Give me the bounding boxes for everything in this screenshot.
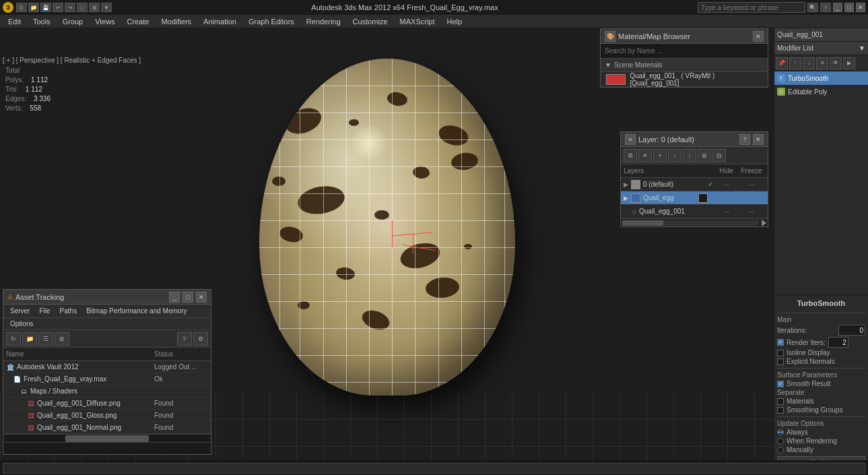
smoothing-groups-row: Smoothing Groups [777,406,865,414]
tb-icon-6[interactable]: □ [77,3,88,12]
menu-rendering[interactable]: Rendering [301,16,346,27]
material-item[interactable]: Quail_egg_001_ ( VRayMtl ) [Quail_egg_00… [601,72,768,87]
layer-add-icon[interactable]: + [653,149,667,162]
at-menu-paths[interactable]: Paths [56,306,81,316]
at-menu-options[interactable]: Options [6,319,37,329]
layer-hide-quail-egg-checkbox[interactable] [698,193,708,203]
menu-customize[interactable]: Customize [347,16,393,27]
status-input[interactable] [3,463,865,474]
menu-tools[interactable]: Tools [28,16,56,27]
mat-search-input[interactable] [601,44,768,59]
search-icon[interactable]: 🔍 [807,3,818,12]
modifier-editable-poly[interactable]: E Editable Poly [774,85,868,98]
at-refresh-icon[interactable]: ↻ [6,332,21,346]
pin-icon[interactable]: 📌 [776,57,788,69]
menu-modifiers[interactable]: Modifiers [156,16,197,27]
layer-scrollbar[interactable] [621,218,768,226]
layer-delete-icon[interactable]: ✕ [638,149,652,162]
edges-value: 3 336 [34,94,51,104]
help-icon[interactable]: ? [820,3,831,12]
modifier-list-dropdown[interactable]: ▼ [859,44,865,52]
layer-settings-icon[interactable]: ⚙ [624,149,637,162]
layer-collapse-icon[interactable]: ⊟ [712,149,726,162]
at-name-maps: 🗂 Maps / Shaders [20,387,154,395]
menu-edit[interactable]: Edit [3,16,26,27]
at-help-icon[interactable]: ? [177,332,192,346]
modifier-turbosmooth[interactable]: T TurboSmooth [774,71,868,85]
mat-browser-close-button[interactable]: ✕ [753,31,764,42]
at-list-icon[interactable]: ☰ [38,332,53,346]
when-rendering-radio[interactable] [777,438,784,445]
show-icon[interactable]: 👁 [830,57,842,69]
main-section: Main Iterations: ✓ Render Iters: Isoline… [777,316,865,365]
at-header: ⚠ Asset Tracking _ □ ✕ [3,290,211,305]
layer-close-button[interactable]: ✕ [753,134,764,145]
layer-row-default[interactable]: ▶ 0 (default) ✓ — — [621,178,768,191]
at-minimize-button[interactable]: _ [169,292,180,303]
at-title: Asset Tracking [15,293,166,301]
search-input[interactable] [698,2,805,13]
at-settings-icon[interactable]: ⚙ [193,332,208,346]
at-menu-bitmap[interactable]: Bitmap Performance and Memory [82,306,191,316]
layer-up-icon[interactable]: ↑ [668,149,681,162]
at-scrollbar[interactable] [3,434,211,442]
render-iters-input[interactable] [828,337,848,348]
layer-row-quail-egg-001[interactable]: ◇ Quail_egg_001 — — [621,205,768,218]
tb-icon-7[interactable]: ⊞ [89,3,100,12]
menu-help[interactable]: Help [442,16,468,27]
menu-maxscript[interactable]: MAXScript [395,16,440,27]
at-row-normal[interactable]: 🖼 Quail_egg_001_Normal.png Found [3,422,211,434]
at-menu-file[interactable]: File [35,306,54,316]
iterations-input[interactable] [838,325,865,336]
menu-views[interactable]: Views [90,16,120,27]
collapse-icon: ▼ [605,61,611,69]
menu-group[interactable]: Group [57,16,89,27]
maximize-button[interactable]: □ [844,3,854,12]
layer-color-default [631,180,640,189]
always-label: Always [787,429,808,436]
render-iters-row: ✓ Render Iters: [777,337,865,348]
smoothing-groups-checkbox[interactable] [777,407,784,414]
materials-checkbox[interactable] [777,398,784,405]
at-row-gloss[interactable]: 🖼 Quail_egg_001_Gloss.png Found [3,410,211,422]
at-menu-server[interactable]: Server [6,306,34,316]
layer-help-button[interactable]: ? [739,134,750,145]
at-close-button[interactable]: ✕ [196,292,207,303]
layer-hide-default: — [714,181,738,188]
menu-create[interactable]: Create [121,16,154,27]
render-icon[interactable]: ▶ [843,57,855,69]
at-row-maps[interactable]: 🗂 Maps / Shaders [3,385,211,398]
tb-icon-4[interactable]: ↩ [53,3,63,12]
move-down-icon[interactable]: ↓ [803,57,815,69]
tb-icon-3[interactable]: 💾 [40,3,51,12]
layer-row-quail-egg[interactable]: ▶ Quail_egg — — [621,191,768,205]
tb-icon-1[interactable]: 🗋 [16,3,27,12]
tb-icon-5[interactable]: ↪ [65,3,75,12]
explicit-normals-checkbox[interactable] [777,358,784,365]
always-radio[interactable] [777,429,784,436]
at-maps-icon: 🗂 [20,387,28,395]
layer-table-header: Layers Hide Freeze [621,164,768,178]
layer-down-icon[interactable]: ↓ [683,149,696,162]
at-row-diffuse[interactable]: 🖼 Quail_egg_001_Diffuse.png Found [3,398,211,410]
at-row-vault[interactable]: 🏦 Autodesk Vault 2012 Logged Out ... [3,361,211,373]
at-grid-icon[interactable]: ⊞ [55,332,69,346]
at-row-quail-egg-max[interactable]: 📄 Fresh_Quail_Egg_vray.max Ok [3,373,211,385]
layer-row-name-quail-egg: ▶ Quail_egg [624,193,692,203]
menubar: Edit Tools Group Views Create Modifiers … [0,15,868,28]
move-up-icon[interactable]: ↑ [789,57,801,69]
at-folder-icon[interactable]: 📁 [22,332,37,346]
tb-icon-2[interactable]: 📁 [28,3,39,12]
isoline-checkbox[interactable] [777,350,784,356]
at-maximize-button[interactable]: □ [182,292,193,303]
manually-radio[interactable] [777,447,784,453]
minimize-button[interactable]: _ [833,3,842,12]
smooth-result-checkbox[interactable]: ✓ [777,381,784,387]
layer-expand-icon[interactable]: ⊞ [698,149,711,162]
menu-animation[interactable]: Animation [198,16,242,27]
close-button[interactable]: ✕ [856,3,865,12]
tb-icon-8[interactable]: ▼ [101,3,112,12]
delete-mod-icon[interactable]: ✕ [816,57,828,69]
render-iters-checkbox[interactable]: ✓ [777,339,784,346]
menu-graph-editors[interactable]: Graph Editors [243,16,300,27]
